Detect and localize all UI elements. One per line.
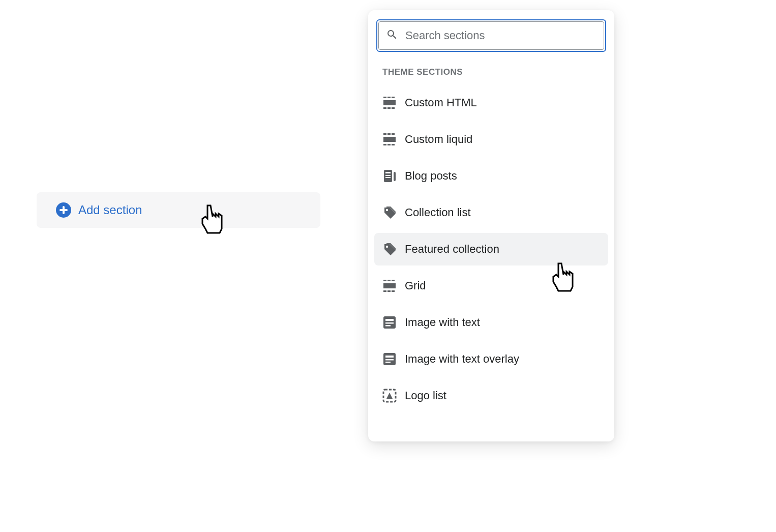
tag-icon <box>382 242 397 256</box>
section-item[interactable]: Collection list <box>374 196 608 229</box>
search-input[interactable] <box>405 29 596 42</box>
text-icon <box>382 315 397 330</box>
section-item-label: Collection list <box>405 206 471 219</box>
section-item[interactable]: Image with text overlay <box>374 343 608 375</box>
section-list: Custom HTMLCustom liquidBlog postsCollec… <box>368 86 614 412</box>
section-item[interactable]: Image with text <box>374 306 608 339</box>
section-icon <box>382 279 397 293</box>
plus-circle-icon <box>56 202 71 218</box>
section-item[interactable]: Featured collection <box>374 233 608 265</box>
search-field-wrapper[interactable] <box>376 19 606 52</box>
section-item-label: Grid <box>405 279 426 292</box>
tag-icon <box>382 205 397 220</box>
section-item-label: Custom HTML <box>405 96 477 109</box>
section-item[interactable]: Custom liquid <box>374 123 608 156</box>
section-item[interactable]: Grid <box>374 270 608 302</box>
blog-icon <box>382 169 397 183</box>
section-item[interactable]: Logo list <box>374 379 608 412</box>
section-item-label: Image with text <box>405 316 480 329</box>
section-item-label: Logo list <box>405 389 446 402</box>
section-icon <box>382 96 397 110</box>
sections-panel: THEME SECTIONS Custom HTMLCustom liquidB… <box>368 10 614 441</box>
search-icon <box>386 28 398 43</box>
section-item-label: Custom liquid <box>405 133 472 146</box>
section-item-label: Featured collection <box>405 243 499 256</box>
section-item[interactable]: Custom HTML <box>374 86 608 119</box>
text-icon <box>382 352 397 366</box>
add-section-label: Add section <box>78 203 142 217</box>
add-section-button[interactable]: Add section <box>37 192 320 228</box>
section-group-header: THEME SECTIONS <box>368 52 614 82</box>
section-item-label: Image with text overlay <box>405 352 519 366</box>
section-item-label: Blog posts <box>405 169 457 183</box>
svg-rect-2 <box>59 209 68 211</box>
section-item[interactable]: Blog posts <box>374 160 608 192</box>
logo-icon <box>382 389 397 403</box>
section-icon <box>382 132 397 146</box>
